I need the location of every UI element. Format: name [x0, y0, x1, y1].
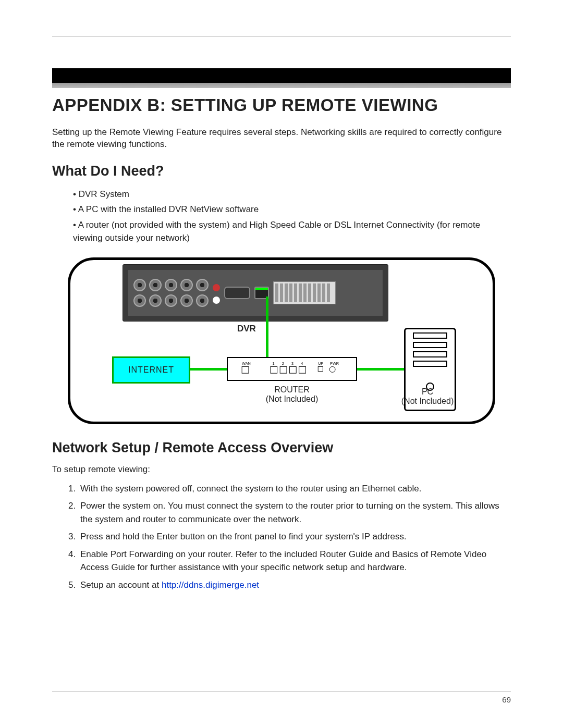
router-device: WAN 1 2 3 4 UP PWR	[227, 357, 357, 381]
step-item: Setup an account at http://ddns.digimerg…	[78, 578, 511, 592]
step-item: Enable Port Forwarding on your router. R…	[78, 548, 511, 574]
steps-list: With the system powered off, connect the…	[52, 482, 511, 592]
header-grey-bar	[52, 83, 511, 88]
svg-rect-0	[242, 366, 249, 373]
bottom-rule	[52, 691, 511, 692]
svg-text:2: 2	[282, 361, 284, 366]
list-item: DVR System	[73, 188, 511, 201]
router-port-wan: WAN	[242, 361, 251, 366]
pc-label: PC	[362, 387, 493, 397]
header-black-bar	[52, 68, 511, 83]
svg-text:PWR: PWR	[330, 361, 339, 366]
cable-internet-router	[189, 368, 228, 371]
svg-text:4: 4	[301, 361, 303, 366]
svg-text:1: 1	[273, 361, 275, 366]
step5-prefix: Setup an account at	[80, 580, 162, 590]
page-title: APPENDIX B: SETTING UP REMOTE VIEWING	[52, 95, 511, 115]
network-diagram: DVR INTERNET WAN 1 2 3 4 UP PWR ROUTER (…	[68, 257, 495, 424]
svg-point-12	[329, 366, 335, 372]
step-item: Press and hold the Enter button on the f…	[78, 530, 511, 544]
svg-rect-7	[299, 366, 306, 373]
router-label: ROUTER	[227, 385, 357, 394]
svg-rect-10	[318, 366, 323, 371]
section-what-do-i-need: What Do I Need?	[52, 163, 511, 179]
steps-lead: To setup remote viewing:	[52, 464, 511, 475]
vga-port-icon	[224, 287, 250, 299]
pc-note: (Not Included)	[362, 397, 493, 406]
router-note: (Not Included)	[227, 394, 357, 404]
svg-rect-5	[289, 366, 296, 373]
router-caption: ROUTER (Not Included)	[227, 385, 357, 404]
terminal-block-icon	[273, 281, 336, 304]
ddns-link[interactable]: http://ddns.digimerge.net	[162, 580, 259, 590]
svg-text:UP: UP	[318, 361, 323, 366]
svg-rect-1	[271, 366, 277, 373]
svg-text:3: 3	[291, 361, 293, 366]
list-item: A router (not provided with the system) …	[73, 218, 511, 245]
pc-caption: PC (Not Included)	[362, 387, 493, 406]
svg-rect-3	[280, 366, 287, 373]
top-rule	[52, 36, 511, 37]
internet-box: INTERNET	[112, 356, 190, 384]
step-item: With the system powered off, connect the…	[78, 482, 511, 496]
dvr-label: DVR	[237, 324, 256, 334]
step-item: Power the system on. You must connect th…	[78, 499, 511, 526]
internet-label: INTERNET	[128, 365, 174, 375]
dvr-device	[123, 264, 388, 322]
section-network-setup: Network Setup / Remote Access Overview	[52, 440, 511, 456]
intro-paragraph: Setting up the Remote Viewing Feature re…	[52, 127, 511, 151]
cable-router-pc	[356, 368, 406, 371]
page-number: 69	[502, 695, 511, 704]
needs-list: DVR System A PC with the installed DVR N…	[52, 188, 511, 245]
list-item: A PC with the installed DVR NetView soft…	[73, 203, 511, 216]
